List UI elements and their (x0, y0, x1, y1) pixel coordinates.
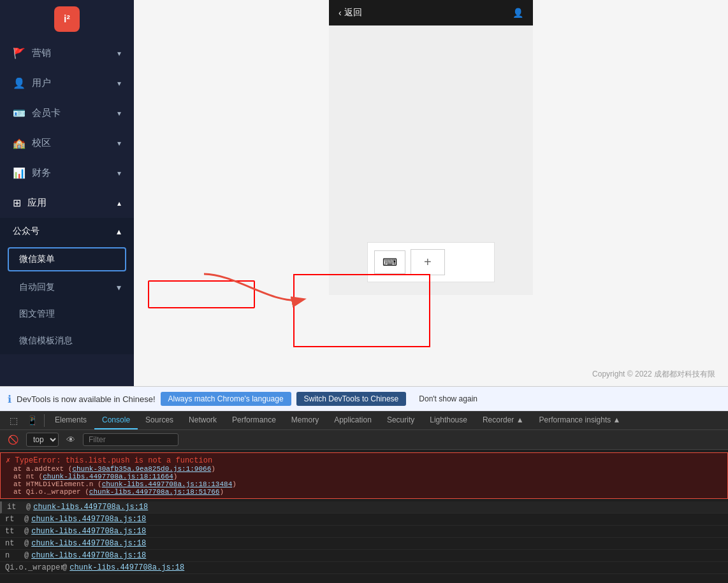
sidebar-submenu-wechat: 公众号 ▴ 微信菜单 自动回复 ▾ 图文管理 微信模板消息 (0, 218, 134, 354)
clear-console-button[interactable]: 🚫 (5, 433, 21, 446)
back-label: 返回 (344, 7, 362, 18)
error-trace-4: at Qi.o._wrapper (chunk-libs.4497708a.js… (6, 488, 722, 496)
keyboard-icon: ⌨ (382, 256, 397, 268)
tab-console[interactable]: Console (94, 412, 138, 429)
back-icon: ‹ (339, 8, 342, 18)
sidebar-item-label-users: 用户 (32, 77, 51, 89)
device-icon[interactable]: 📱 (24, 414, 40, 427)
info-icon: ℹ (8, 393, 11, 405)
menu-add-button[interactable]: + (411, 249, 445, 275)
chevron-up-icon: ▴ (117, 226, 121, 236)
eye-icon[interactable]: 👁 (64, 433, 78, 446)
always-match-language-button[interactable]: Always match Chrome's language (161, 392, 291, 406)
menu-editor: ⌨ + (367, 242, 495, 282)
sidebar-item-label-marketing: 营销 (32, 47, 51, 59)
error-trace-1: at a.addtext (chunk-30afb35a.9ea825d0.js… (6, 465, 722, 473)
chevron-down-icon: ▾ (117, 139, 121, 148)
users-icon: 👤 (13, 77, 25, 89)
top-context-select[interactable]: top (26, 433, 59, 447)
sidebar-item-wechat-template[interactable]: 微信模板消息 (0, 327, 134, 354)
tab-memory[interactable]: Memory (284, 412, 326, 429)
sidebar-item-finance[interactable]: 📊 财务 ▾ (0, 158, 134, 188)
marketing-icon: 🚩 (13, 47, 25, 59)
error-trace-link-2[interactable]: chunk-libs.4497708a.js:18:11664 (43, 473, 173, 480)
campus-icon: 🏫 (13, 137, 25, 149)
preview-area: ‹ 返回 👤 ⌨ + (134, 0, 728, 386)
sidebar-item-wechat-menu[interactable]: 微信菜单 (8, 247, 126, 271)
log-indent: rt (5, 515, 24, 524)
sidebar-item-marketing[interactable]: 🚩 营销 ▾ (0, 38, 134, 68)
tab-elements[interactable]: Elements (47, 412, 94, 429)
log-link-n[interactable]: chunk-libs.4497708a.js:18 (31, 551, 146, 560)
log-link-it[interactable]: chunk-libs.4497708a.js:18 (33, 503, 148, 512)
log-indent: Qi.o._wrapper (5, 563, 62, 572)
dont-show-again-button[interactable]: Don't show again (411, 392, 485, 406)
tab-sources[interactable]: Sources (138, 412, 181, 429)
error-block: ✗ TypeError: this.list.push is not a fun… (0, 452, 728, 499)
inspect-icon[interactable]: ⬚ (7, 414, 20, 427)
log-link-tt[interactable]: chunk-libs.4497708a.js:18 (31, 527, 146, 536)
sidebar-item-users[interactable]: 👤 用户 ▾ (0, 68, 134, 98)
phone-topbar: ‹ 返回 👤 (329, 0, 533, 25)
log-link-rt[interactable]: chunk-libs.4497708a.js:18 (31, 515, 146, 524)
finance-icon: 📊 (13, 167, 25, 179)
sidebar-item-graphic-mgmt[interactable]: 图文管理 (0, 301, 134, 327)
back-button[interactable]: ‹ 返回 (339, 7, 362, 18)
sidebar-item-label-membership: 会员卡 (32, 107, 61, 119)
highlight-wechat-menu (148, 280, 255, 308)
content-area: ‹ 返回 👤 ⌨ + (134, 0, 728, 386)
sidebar-item-campus[interactable]: 🏫 校区 ▾ (0, 128, 134, 158)
console-filter-input[interactable] (83, 433, 178, 446)
sidebar-item-label-campus: 校区 (32, 137, 51, 149)
error-trace-link-4[interactable]: chunk-libs.4497708a.js:18:51766 (89, 488, 220, 496)
error-trace-link-3[interactable]: chunk-libs.4497708a.js:18:13484 (102, 480, 233, 488)
chevron-down-icon: ▾ (117, 282, 121, 292)
submenu-title: 公众号 (13, 226, 40, 237)
tab-recorder[interactable]: Recorder ▲ (475, 412, 532, 429)
sidebar-item-auto-reply[interactable]: 自动回复 ▾ (0, 274, 134, 301)
chevron-down-icon: ▾ (117, 169, 121, 178)
sidebar-submenu-header-wechat[interactable]: 公众号 ▴ (0, 218, 134, 245)
tab-security[interactable]: Security (379, 412, 422, 429)
chevron-down-icon: ▾ (117, 109, 121, 118)
menu-keyboard-button[interactable]: ⌨ (374, 250, 405, 274)
sidebar-item-label-finance: 财务 (32, 167, 51, 179)
devtools-console: ✗ TypeError: this.list.push is not a fun… (0, 450, 728, 583)
log-link-nt[interactable]: chunk-libs.4497708a.js:18 (31, 539, 146, 548)
log-indent: n (5, 551, 24, 560)
error-message: ✗ TypeError: this.list.push is not a fun… (6, 456, 722, 465)
apps-icon: ⊞ (13, 197, 21, 209)
membership-icon: 🪪 (13, 107, 25, 119)
log-row-qi: Qi.o._wrapper @ chunk-libs.4497708a.js:1… (0, 562, 728, 574)
log-row-tt: tt @ chunk-libs.4497708a.js:18 (0, 526, 728, 538)
tab-application[interactable]: Application (326, 412, 379, 429)
tab-performance[interactable]: Performance (224, 412, 284, 429)
devtools-tabs: ⬚ 📱 Elements Console Sources Network Per… (0, 412, 728, 430)
log-indent: it (7, 503, 26, 512)
devtools-panel: ⬚ 📱 Elements Console Sources Network Per… (0, 411, 728, 583)
log-row-nt: nt @ chunk-libs.4497708a.js:18 (0, 538, 728, 550)
log-row-it: it @ chunk-libs.4497708a.js:18 (0, 501, 728, 514)
copyright: Copyright © 2022 成都都对科技有限 (134, 363, 728, 386)
switch-devtools-button[interactable]: Switch DevTools to Chinese (296, 392, 407, 406)
sidebar-logo: i² (0, 0, 134, 38)
phone-preview: ‹ 返回 👤 ⌨ + (329, 0, 533, 295)
sidebar-item-label-apps: 应用 (27, 197, 47, 209)
log-row-n: n @ chunk-libs.4497708a.js:18 (0, 550, 728, 562)
phone-content: ⌨ + (329, 25, 533, 295)
sidebar-item-apps[interactable]: ⊞ 应用 ▴ (0, 188, 134, 218)
devtools-console-toolbar: 🚫 top 👁 (0, 430, 728, 450)
error-trace-link-1[interactable]: chunk-30afb35a.9ea825d0.js:1:9066 (72, 465, 211, 473)
sidebar-item-membership[interactable]: 🪪 会员卡 ▾ (0, 98, 134, 128)
tab-lighthouse[interactable]: Lighthouse (422, 412, 475, 429)
tab-network[interactable]: Network (181, 412, 224, 429)
tab-perf-insights[interactable]: Performance insights ▲ (532, 412, 629, 429)
chevron-down-icon: ▾ (117, 79, 121, 88)
sidebar: i² 🚩 营销 ▾ 👤 用户 ▾ 🪪 会员卡 ▾ (0, 0, 134, 386)
log-indent: nt (5, 539, 24, 548)
log-row-rt: rt @ chunk-libs.4497708a.js:18 (0, 514, 728, 526)
error-trace-2: at nt (chunk-libs.4497708a.js:18:11664) (6, 473, 722, 480)
annotation-arrow (198, 268, 312, 325)
log-link-qi[interactable]: chunk-libs.4497708a.js:18 (69, 563, 184, 572)
app-logo: i² (54, 6, 80, 32)
